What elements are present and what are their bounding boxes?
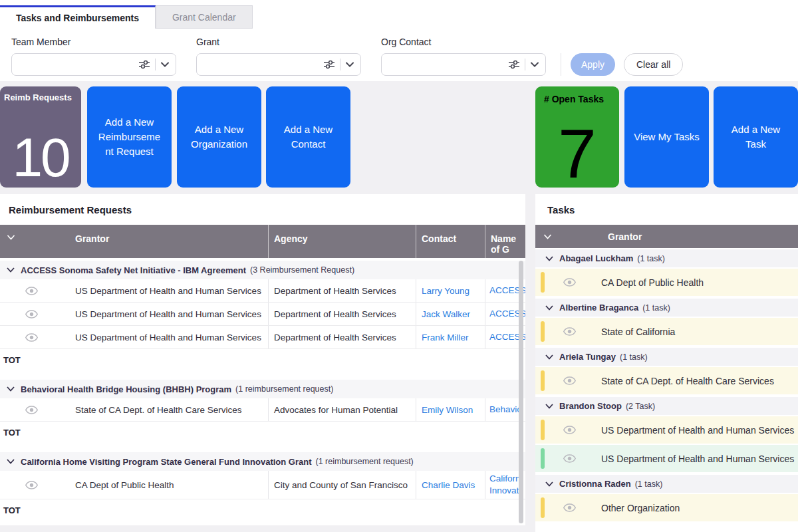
view-icon[interactable] <box>563 454 576 463</box>
chevron-down-icon[interactable] <box>7 386 15 392</box>
org-contact-filter: Org Contact <box>381 37 546 76</box>
chevron-down-icon[interactable] <box>545 354 553 360</box>
chevron-down-icon[interactable] <box>161 62 169 67</box>
add-organization-button[interactable]: Add a New Organization <box>177 86 261 188</box>
view-icon[interactable] <box>563 376 576 385</box>
chevron-down-icon[interactable] <box>545 256 553 261</box>
table-row: CA Dept of Public Health City and County… <box>0 471 525 499</box>
reimb-group-header[interactable]: California Home Visiting Program State G… <box>0 452 525 471</box>
task-group-header[interactable]: Albertine Braganca (1 task) <box>535 299 798 318</box>
collapse-all-icon[interactable] <box>543 234 552 239</box>
sliders-icon[interactable] <box>509 60 519 69</box>
filter-row: Team Member Grant <box>0 29 798 76</box>
contact-link[interactable]: Larry Young <box>422 286 469 296</box>
sliders-icon[interactable] <box>324 60 334 69</box>
task-row: State of CA Dept. of Health Care Service… <box>535 367 798 396</box>
status-bar <box>541 272 545 293</box>
sliders-icon[interactable] <box>139 60 150 69</box>
tab-grant-calendar[interactable]: Grant Calendar <box>156 5 253 29</box>
reimb-group-count: (1 reimbursement request) <box>235 384 333 394</box>
reimb-group-header[interactable]: Behavioral Health Bridge Housing (BHBH) … <box>0 380 525 398</box>
team-member-select[interactable] <box>11 53 176 76</box>
contact-link[interactable]: Emily Wilson <box>422 405 473 415</box>
view-icon[interactable] <box>563 426 576 434</box>
view-icon[interactable] <box>563 503 576 512</box>
open-tasks-kpi-card[interactable]: # Open Tasks 7 <box>535 86 619 188</box>
grant-filter: Grant <box>196 37 361 76</box>
view-icon[interactable] <box>0 326 63 348</box>
task-row: CA Dept of Public Health <box>535 269 798 297</box>
team-member-filter: Team Member <box>11 37 176 76</box>
grant-link[interactable]: Behavio <box>489 404 522 416</box>
vertical-scrollbar[interactable] <box>519 261 523 523</box>
chevron-down-icon[interactable] <box>545 404 553 409</box>
cell-contact: Larry Young <box>416 279 485 302</box>
reimb-group-name: ACCESS Sonoma Safety Net Initiative - IB… <box>21 265 246 275</box>
contact-link[interactable]: Frank Miller <box>422 332 469 342</box>
cell-grantor: US Department of Health and Human Servic… <box>63 326 268 348</box>
task-group-name: Brandon Stoop <box>559 401 622 411</box>
add-contact-label: Add a New Contact <box>275 122 342 152</box>
reimb-requests-kpi-value: 10 <box>12 129 68 186</box>
add-contact-button[interactable]: Add a New Contact <box>266 86 350 188</box>
task-group-header[interactable]: Ariela Tungay (1 task) <box>535 348 798 367</box>
top-bar: Tasks and Reimbursements Grant Calendar … <box>0 0 798 81</box>
add-task-button[interactable]: Add a New Task <box>714 86 798 188</box>
task-group-header[interactable]: Cristionna Raden (1 task) <box>535 475 798 494</box>
collapse-all-icon[interactable] <box>0 225 63 258</box>
task-row: Other Organization <box>535 494 798 523</box>
apply-button[interactable]: Apply <box>571 53 615 76</box>
chevron-down-icon[interactable] <box>531 62 539 67</box>
cell-grantor: CA Dept of Public Health <box>63 471 268 499</box>
chevron-down-icon[interactable] <box>545 481 553 487</box>
chevron-down-icon[interactable] <box>7 459 15 464</box>
add-reimbursement-request-label: Add a New Reimbursement Request <box>96 115 163 158</box>
task-group-name: Abagael Luckham <box>559 253 633 263</box>
add-reimbursement-request-button[interactable]: Add a New Reimbursement Request <box>87 86 172 188</box>
open-tasks-kpi-value: 7 <box>558 118 597 190</box>
view-icon[interactable] <box>0 398 63 421</box>
contact-link[interactable]: Jack Walker <box>422 309 470 319</box>
org-contact-select[interactable] <box>381 53 546 76</box>
divider <box>561 53 561 76</box>
chevron-down-icon[interactable] <box>7 267 15 273</box>
cell-grantor: State of CA Dept. of Health Care Service… <box>63 398 268 421</box>
cell-contact: Jack Walker <box>416 303 485 325</box>
cell-grantor: US Department of Health and Human Servic… <box>63 279 268 302</box>
view-icon[interactable] <box>0 303 63 325</box>
column-header-grantor[interactable]: Grantor <box>63 225 268 258</box>
reimb-group-header[interactable]: ACCESS Sonoma Safety Net Initiative - IB… <box>0 261 525 279</box>
cell-grantor: US Department of Health and Human Servic… <box>63 303 268 325</box>
status-bar <box>541 448 545 469</box>
view-icon[interactable] <box>0 279 63 302</box>
task-group-header[interactable]: Abagael Luckham (1 task) <box>535 249 798 269</box>
cell-agency: Department of Health Services <box>268 326 416 348</box>
status-bar <box>541 370 545 391</box>
chevron-down-icon[interactable] <box>346 62 354 67</box>
reimb-requests-kpi-card[interactable]: Reimb Requests 10 <box>0 86 81 188</box>
view-icon[interactable] <box>0 471 63 499</box>
cell-contact: Charlie Davis <box>416 471 485 499</box>
chevron-down-icon[interactable] <box>545 305 553 311</box>
reimb-group-name: California Home Visiting Program State G… <box>21 457 312 467</box>
column-header-grantor[interactable]: Grantor <box>608 231 642 242</box>
view-icon[interactable] <box>563 278 576 287</box>
view-icon[interactable] <box>563 327 576 336</box>
cell-agency: Department of Health Services <box>268 303 416 325</box>
table-row: State of CA Dept. of Health Care Service… <box>0 398 525 422</box>
task-row: State of California <box>535 318 798 346</box>
contact-link[interactable]: Charlie Davis <box>422 480 475 490</box>
cell-agency: Advocates for Human Potential <box>268 398 416 421</box>
divider <box>525 59 525 70</box>
cell-agency: Department of Health Services <box>268 279 416 302</box>
clear-all-button[interactable]: Clear all <box>624 53 683 76</box>
table-row: US Department of Health and Human Servic… <box>0 279 525 303</box>
column-header-agency[interactable]: Agency <box>268 225 416 258</box>
view-my-tasks-button[interactable]: View My Tasks <box>624 86 709 188</box>
column-header-name-of-grant[interactable]: Name of G <box>485 225 525 258</box>
tab-tasks-and-reimbursements[interactable]: Tasks and Reimbursements <box>0 5 156 29</box>
task-group-header[interactable]: Brandon Stoop (2 Task) <box>535 397 798 416</box>
reimb-group-count: (1 reimbursement request) <box>316 457 414 466</box>
grant-select[interactable] <box>196 53 361 76</box>
column-header-contact[interactable]: Contact <box>416 225 485 258</box>
